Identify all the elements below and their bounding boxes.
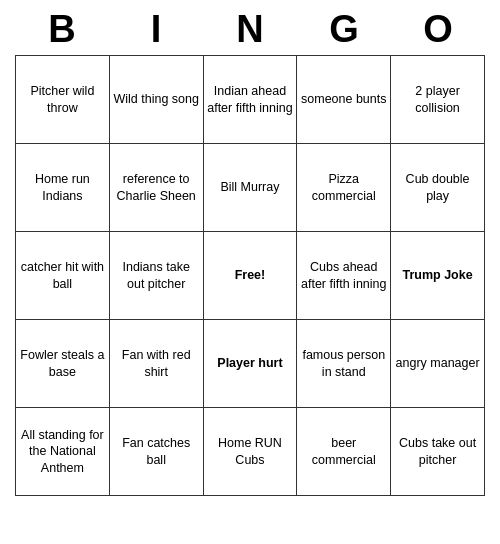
cell-r1-c2: Bill Murray — [203, 144, 297, 232]
cell-r1-c4: Cub double play — [391, 144, 485, 232]
cell-r1-c0: Home run Indians — [16, 144, 110, 232]
cell-r4-c4: Cubs take out pitcher — [391, 408, 485, 496]
cell-r3-c4: angry manager — [391, 320, 485, 408]
letter-g: G — [300, 8, 388, 51]
cell-r2-c1: Indians take out pitcher — [109, 232, 203, 320]
letter-n: N — [206, 8, 294, 51]
cell-r0-c0: Pitcher wild throw — [16, 56, 110, 144]
bingo-header: B I N G O — [15, 0, 485, 55]
cell-r4-c2: Home RUN Cubs — [203, 408, 297, 496]
cell-r0-c2: Indian ahead after fifth inning — [203, 56, 297, 144]
cell-r2-c4: Trump Joke — [391, 232, 485, 320]
letter-o: O — [394, 8, 482, 51]
cell-r2-c3: Cubs ahead after fifth inning — [297, 232, 391, 320]
cell-r1-c1: reference to Charlie Sheen — [109, 144, 203, 232]
cell-r3-c1: Fan with red shirt — [109, 320, 203, 408]
cell-r0-c3: someone bunts — [297, 56, 391, 144]
cell-r0-c4: 2 player collision — [391, 56, 485, 144]
letter-b: B — [18, 8, 106, 51]
cell-r2-c0: catcher hit with ball — [16, 232, 110, 320]
cell-r3-c2: Player hurt — [203, 320, 297, 408]
cell-r3-c3: famous person in stand — [297, 320, 391, 408]
cell-r4-c0: All standing for the National Anthem — [16, 408, 110, 496]
letter-i: I — [112, 8, 200, 51]
cell-r4-c1: Fan catches ball — [109, 408, 203, 496]
cell-r1-c3: Pizza commercial — [297, 144, 391, 232]
cell-r4-c3: beer commercial — [297, 408, 391, 496]
cell-r0-c1: Wild thing song — [109, 56, 203, 144]
cell-r2-c2: Free! — [203, 232, 297, 320]
bingo-grid: Pitcher wild throwWild thing songIndian … — [15, 55, 485, 496]
cell-r3-c0: Fowler steals a base — [16, 320, 110, 408]
